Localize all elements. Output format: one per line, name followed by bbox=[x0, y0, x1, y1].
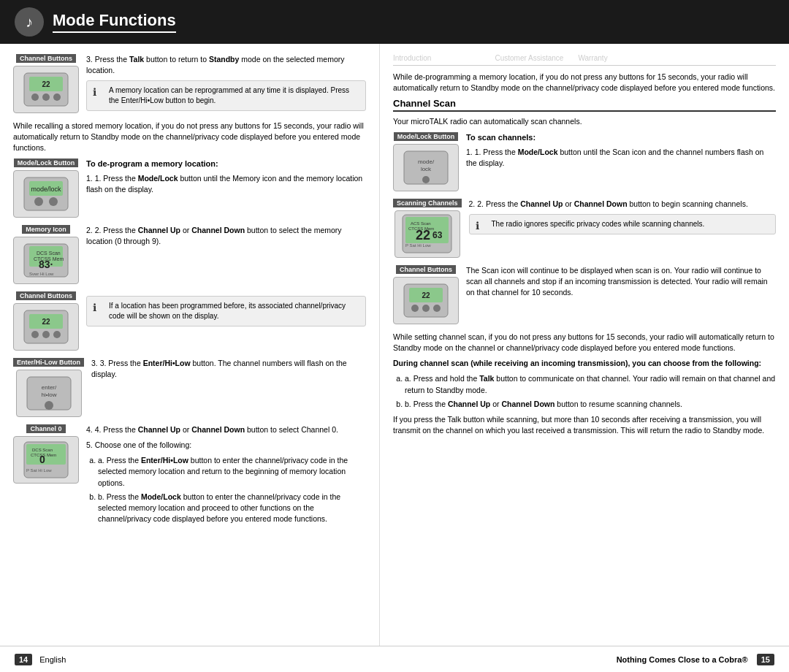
channel-buttons-label-2: Channel Buttons bbox=[16, 291, 76, 300]
info2-text: If a location has been programmed before… bbox=[86, 291, 366, 354]
step3b-prefix: 3. Press the bbox=[100, 359, 143, 367]
memory-icon-label: Memory Icon bbox=[22, 225, 70, 234]
nav-operation[interactable]: Operation bbox=[446, 54, 480, 62]
scan-s1-bold: Mode/Lock bbox=[518, 148, 558, 156]
nav-warranty[interactable]: Warranty bbox=[578, 54, 607, 62]
step2-row: Memory Icon DCS Scan CTCSS Mem 83· Svwr … bbox=[13, 225, 366, 287]
step5a-prefix: a. Press the bbox=[98, 456, 141, 465]
during-a: a. Press and hold the Talk button to com… bbox=[405, 373, 776, 395]
svg-text:lock: lock bbox=[421, 166, 432, 172]
info-box-1: A memory location can be reprogrammed at… bbox=[86, 80, 366, 111]
nav-customer[interactable]: Customer Assistance bbox=[495, 54, 564, 62]
right-nav: Introduction Operation Customer Assistan… bbox=[393, 54, 776, 66]
step4-num: 4. bbox=[86, 425, 95, 434]
during-b-prefix: b. Press the bbox=[405, 400, 448, 408]
scan-s2-num: 2. bbox=[469, 199, 478, 208]
svg-text:ACS Scan: ACS Scan bbox=[411, 221, 431, 226]
svg-text:P Sat Hi Low: P Sat Hi Low bbox=[26, 468, 52, 473]
footer-lang: English bbox=[39, 655, 66, 664]
page-header: ♪ Mode Functions bbox=[0, 0, 789, 44]
scan-step1-text: To scan channels: 1. 1. Press the Mode/L… bbox=[466, 132, 776, 194]
step3b-bold: Enter/Hi•Low bbox=[143, 359, 191, 367]
scan-desc-text: The Scan icon will continue to be displa… bbox=[466, 265, 776, 327]
info-box-3: The radio ignores specific privacy codes… bbox=[469, 214, 776, 234]
mode-lock-device: mode/lock bbox=[13, 170, 79, 218]
svg-point-5 bbox=[53, 93, 61, 101]
svg-point-21 bbox=[42, 331, 50, 338]
channel-btn2-row: Channel Buttons 22 If a location has bee… bbox=[13, 291, 366, 354]
footer-right: Nothing Comes Close to a Cobra® 15 bbox=[617, 654, 774, 665]
step3-talk: Talk bbox=[129, 55, 144, 64]
memory-icon-device: DCS Scan CTCSS Mem 83· Svwr Hi Low bbox=[13, 237, 79, 284]
mode-lock-scan-device: mode/ lock bbox=[393, 144, 459, 191]
step2-text: 2. 2. Press the Channel Up or Channel Do… bbox=[86, 225, 366, 287]
svg-text:63: 63 bbox=[432, 230, 443, 240]
enter-label: Enter/Hi-Low Button bbox=[13, 358, 84, 367]
left-column: Channel Buttons 22 3. Press the Talk bu bbox=[0, 44, 380, 646]
info-box-2: If a location has been programmed before… bbox=[86, 296, 366, 327]
svg-point-20 bbox=[31, 331, 39, 338]
step4-or: or bbox=[180, 425, 191, 434]
step5b: b. Press the Mode/Lock button to enter t… bbox=[98, 492, 366, 525]
step4-suffix: button to select Channel 0. bbox=[245, 425, 338, 434]
svg-text:83·: 83· bbox=[39, 259, 53, 270]
scan-step1-row: Mode/Lock Button mode/ lock To scan chan… bbox=[393, 132, 776, 194]
scan-step2-text: 2. 2. Press the Channel Up or Channel Do… bbox=[469, 199, 776, 261]
step5-list: a. Press the Enter/Hi•Low button to ente… bbox=[98, 455, 366, 524]
enter-device: enter/ hi•low bbox=[16, 370, 82, 417]
channel0-label: Channel 0 bbox=[26, 424, 65, 433]
deprogram-heading: To de-program a memory location: bbox=[86, 159, 366, 170]
channel-buttons-label-1: Channel Buttons bbox=[16, 54, 76, 63]
step5b-prefix: b. Press the bbox=[98, 492, 141, 501]
step1-prefix: 1. Press the bbox=[95, 174, 138, 183]
svg-point-36 bbox=[422, 176, 430, 183]
step5b-bold: Mode/Lock bbox=[141, 492, 181, 501]
step4-ch-up: Channel Up bbox=[138, 425, 180, 434]
svg-point-22 bbox=[53, 331, 61, 338]
right-column: Introduction Operation Customer Assistan… bbox=[380, 44, 789, 646]
channel-buttons-label-3: Channel Buttons bbox=[396, 265, 456, 274]
main-content: Channel Buttons 22 3. Press the Talk bu bbox=[0, 44, 789, 646]
during-b-ch-down: Channel Down bbox=[501, 400, 554, 408]
step2-ch-up: Channel Up bbox=[138, 226, 180, 234]
scan-desc: The Scan icon will continue to be displa… bbox=[466, 265, 776, 299]
channel-scan-heading: Channel Scan bbox=[393, 98, 776, 112]
step4-row: Channel 0 DCS Scan CTCSS Mem 0 P Sat Hi … bbox=[13, 424, 366, 530]
during-scan-heading: During channel scan (while receiving an … bbox=[393, 358, 776, 369]
svg-text:22: 22 bbox=[42, 318, 50, 326]
svg-point-4 bbox=[42, 93, 50, 101]
info1-text: A memory location can be reprogrammed at… bbox=[109, 86, 349, 104]
during-scan-bold: During channel scan (while receiving an … bbox=[393, 359, 761, 367]
during-b-ch-up: Channel Up bbox=[448, 400, 490, 408]
step3b-row: Enter/Hi-Low Button enter/ hi•low 3. 3. … bbox=[13, 358, 366, 420]
footer-tagline-bold: Nothing bbox=[617, 655, 647, 664]
channel-scan-para2: While setting channel scan, if you do no… bbox=[393, 332, 776, 354]
step3-prefix: 3. Press the bbox=[86, 55, 129, 64]
deprogram-para: While de-programming a memory location, … bbox=[393, 72, 776, 93]
svg-point-48 bbox=[422, 305, 430, 312]
step2-or: or bbox=[180, 226, 191, 234]
nav-introduction[interactable]: Introduction bbox=[393, 54, 431, 62]
scanning-device: ACS Scan CTCSS Mem 22 63 P Sat Hi Low bbox=[394, 210, 460, 258]
step1-bold: Mode/Lock bbox=[138, 174, 178, 183]
during-b-or: or bbox=[490, 400, 501, 408]
scanning-channels-label: Scanning Channels bbox=[393, 199, 462, 207]
footer-tagline-rest: Comes Close to a Cobra® bbox=[647, 655, 747, 664]
page-number-left: 14 bbox=[15, 654, 32, 665]
scan-s2-ch-up: Channel Up bbox=[520, 199, 563, 208]
scan-s2-prefix: 2. Press the bbox=[477, 199, 520, 208]
footer-left: 14 English bbox=[15, 654, 66, 665]
step3-mid: button to return to bbox=[144, 55, 209, 64]
channel0-device: DCS Scan CTCSS Mem 0 P Sat Hi Low bbox=[13, 436, 79, 484]
svg-point-49 bbox=[433, 305, 441, 312]
scan-s2-ch-down: Channel Down bbox=[574, 199, 628, 208]
svg-text:Svwr Hi Low: Svwr Hi Low bbox=[29, 272, 54, 276]
during-b-suffix: button to resume scanning channels. bbox=[554, 400, 682, 408]
during-a-prefix: a. Press and hold the bbox=[405, 374, 479, 383]
step1-num: 1. bbox=[86, 174, 95, 183]
scan-heading: To scan channels: bbox=[466, 132, 776, 144]
channel-buttons-device-2: 22 bbox=[13, 303, 79, 351]
info2-content: If a location has been programmed before… bbox=[109, 302, 346, 320]
svg-text:enter/: enter/ bbox=[41, 384, 56, 391]
step4-text: 4. 4. Press the Channel Up or Channel Do… bbox=[86, 424, 366, 530]
